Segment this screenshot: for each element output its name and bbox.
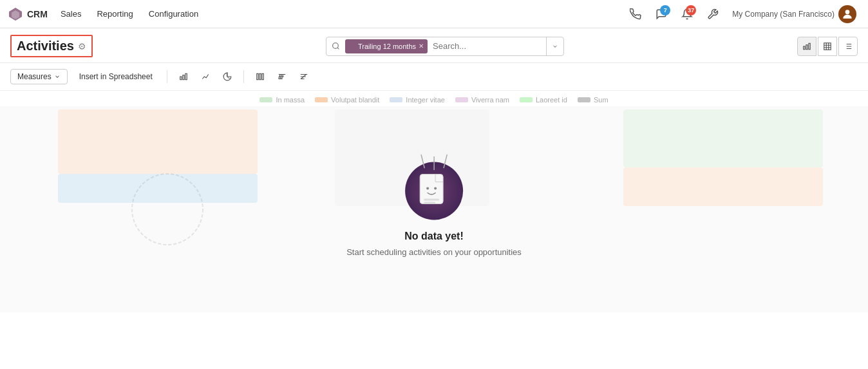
insert-spreadsheet-label: Insert in Spreadsheet [79,72,153,81]
odoo-logo-icon [8,6,23,22]
empty-illustration [405,162,463,220]
nav-configuration[interactable]: Configuration [141,0,206,28]
legend-label-3: Viverra nam [471,96,509,104]
measures-button[interactable]: Measures [10,69,68,84]
svg-rect-21 [424,199,439,201]
notification-badge: 37 [686,5,696,15]
pie-chart-type-icon [223,72,232,81]
svg-point-3 [333,43,339,49]
legend-label-1: Volutpat blandit [331,96,379,104]
legend-item-2: Integer vitae [390,96,445,104]
legend-label-5: Sum [594,96,609,104]
svg-rect-10 [185,73,187,79]
legend-label-4: Laoreet id [536,96,567,104]
legend-item-0: In massa [259,96,305,104]
phone-icon-button[interactable] [625,4,646,24]
stacked-chart-icon [256,72,265,81]
toolbar-separator-1 [167,70,167,83]
page-title-area: Activities ⚙ [10,35,93,57]
table-view-button[interactable] [818,37,837,56]
descending-sort-button[interactable] [296,68,312,85]
filter-tag-label: Trailing 12 months [358,43,416,50]
chat-icon-button[interactable]: 7 [651,4,672,24]
ascending-sort-button[interactable] [274,68,290,85]
svg-rect-12 [259,73,261,79]
measures-label: Measures [17,72,52,81]
bar-chart-view-icon [802,42,811,51]
wrench-icon [707,8,719,20]
user-avatar [838,5,856,23]
app-name: CRM [27,9,48,19]
phone-icon [630,8,641,20]
search-input[interactable] [428,41,546,51]
legend-item-4: Laoreet id [520,96,567,104]
chat-badge: 7 [660,5,670,15]
pie-chart-type-button[interactable] [219,68,236,85]
top-navigation: CRM Sales Reporting Configuration 7 37 M… [0,0,868,28]
bar-chart-type-button[interactable] [175,68,192,85]
search-dropdown-button[interactable] [546,37,563,55]
legend-color-1 [315,97,328,102]
empty-title: No data yet! [404,231,464,242]
chart-toolbar: Measures Insert in Spreadsheet [0,63,868,91]
page-title-box: Activities ⚙ [10,35,93,57]
list-view-icon [844,42,853,51]
filter-tag[interactable]: Trailing 12 months ✕ [345,39,428,53]
svg-point-14 [132,174,203,245]
svg-rect-6 [809,43,810,49]
svg-rect-4 [804,46,805,50]
line-chart-type-button[interactable] [197,68,214,85]
svg-rect-7 [824,43,831,50]
legend-color-0 [259,97,272,102]
svg-line-15 [421,155,424,168]
sparkle-decoration [402,152,466,171]
legend-color-5 [578,97,590,102]
chart-legend: In massa Volutpat blandit Integer vitae … [0,91,868,106]
legend-color-2 [390,97,402,102]
search-icon [326,42,345,50]
avatar-icon [841,8,854,21]
search-bar[interactable]: Trailing 12 months ✕ [326,37,564,56]
nav-reporting[interactable]: Reporting [89,0,140,28]
legend-item-5: Sum [578,96,609,104]
descending-sort-icon [299,72,308,81]
company-name-label: My Company (San Francisco) [732,10,835,19]
legend-item-1: Volutpat blandit [315,96,379,104]
main-content-area: No data yet! Start scheduling activities… [0,106,868,312]
page-title: Activities [17,39,74,53]
svg-rect-22 [424,202,435,204]
legend-item-3: Viverra nam [455,96,509,104]
settings-gear-icon[interactable]: ⚙ [78,41,86,52]
svg-rect-9 [183,75,184,80]
nav-menu: Sales Reporting Configuration [53,0,625,28]
page-header: Activities ⚙ Trailing 12 months ✕ [0,28,868,63]
empty-subtitle: Start scheduling activities on your oppo… [346,247,522,257]
view-toggle-buttons [797,37,858,56]
legend-color-3 [455,97,468,102]
chart-view-button[interactable] [797,37,816,56]
background-curve-left [129,171,206,248]
bg-placeholder-1 [58,109,258,174]
document-icon [417,172,451,211]
grid-view-icon [823,42,832,51]
bg-placeholder-4 [623,109,823,167]
settings-icon-button[interactable] [703,4,723,24]
app-logo[interactable]: CRM [8,6,48,22]
notification-icon-button[interactable]: 37 [677,4,697,24]
stacked-button[interactable] [252,68,269,85]
measures-dropdown-icon [54,73,61,80]
svg-rect-11 [257,73,258,79]
svg-point-2 [845,10,850,14]
bg-placeholder-5 [623,167,823,206]
nav-sales[interactable]: Sales [53,0,90,28]
list-view-button[interactable] [838,37,858,56]
company-selector[interactable]: My Company (San Francisco) [728,4,860,24]
legend-label-2: Integer vitae [406,96,445,104]
svg-rect-5 [806,44,807,49]
filter-tag-remove[interactable]: ✕ [419,43,424,50]
insert-spreadsheet-button[interactable]: Insert in Spreadsheet [73,70,159,84]
filter-icon [349,43,355,50]
bar-chart-type-icon [179,72,188,81]
toolbar-separator-2 [243,70,244,83]
empty-state: No data yet! Start scheduling activities… [346,162,522,257]
